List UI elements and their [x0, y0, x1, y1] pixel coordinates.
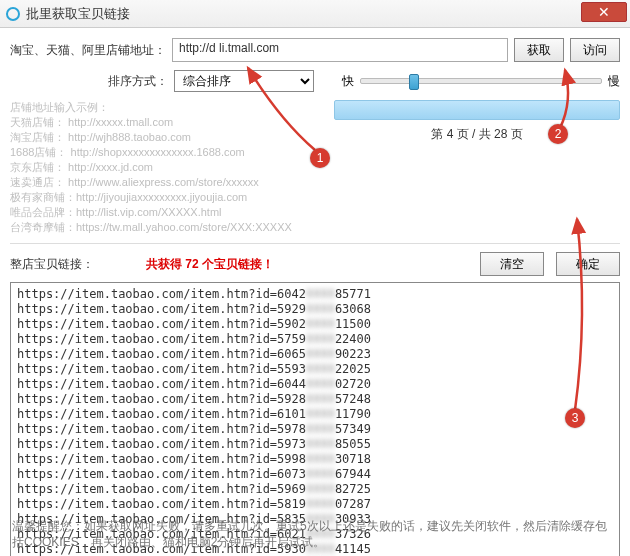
- close-icon: ✕: [598, 4, 610, 20]
- visit-button[interactable]: 访问: [570, 38, 620, 62]
- window-title: 批里获取宝贝链接: [26, 5, 130, 23]
- close-button[interactable]: ✕: [581, 2, 627, 22]
- page-info: 第 4 页 / 共 28 页: [334, 126, 620, 143]
- divider: [10, 243, 620, 244]
- list-item[interactable]: https://item.taobao.com/item.htm?id=6042…: [17, 287, 613, 302]
- examples-text: 店铺地址输入示例：天猫店铺： http://xxxxx.tmall.com淘宝店…: [10, 100, 320, 235]
- url-label: 淘宝、天猫、阿里店铺地址：: [10, 42, 166, 59]
- list-item[interactable]: https://item.taobao.com/item.htm?id=5969…: [17, 482, 613, 497]
- footer-tip: 温馨提醒您：如果获取网址失败，请多重试几次。重试5次以上还是失败的话，建议先关闭…: [12, 518, 618, 550]
- list-item[interactable]: https://item.taobao.com/item.htm?id=5759…: [17, 332, 613, 347]
- list-item[interactable]: https://item.taobao.com/item.htm?id=5978…: [17, 422, 613, 437]
- clear-button[interactable]: 清空: [480, 252, 544, 276]
- list-item[interactable]: https://item.taobao.com/item.htm?id=6101…: [17, 407, 613, 422]
- fetch-button[interactable]: 获取: [514, 38, 564, 62]
- links-list[interactable]: https://item.taobao.com/item.htm?id=6042…: [10, 282, 620, 556]
- list-item[interactable]: https://item.taobao.com/item.htm?id=5593…: [17, 362, 613, 377]
- app-icon: [6, 7, 20, 21]
- url-input[interactable]: http://d li.tmall.com: [172, 38, 508, 62]
- list-item[interactable]: https://item.taobao.com/item.htm?id=5928…: [17, 392, 613, 407]
- list-item[interactable]: https://item.taobao.com/item.htm?id=6044…: [17, 377, 613, 392]
- titlebar: 批里获取宝贝链接 ✕: [0, 0, 630, 28]
- list-item[interactable]: https://item.taobao.com/item.htm?id=5819…: [17, 497, 613, 512]
- ok-button[interactable]: 确定: [556, 252, 620, 276]
- list-item[interactable]: https://item.taobao.com/item.htm?id=5902…: [17, 317, 613, 332]
- list-item[interactable]: https://item.taobao.com/item.htm?id=5973…: [17, 437, 613, 452]
- speed-fast-label: 快: [342, 73, 354, 90]
- progress-bar: [334, 100, 620, 120]
- examples-row: 店铺地址输入示例：天猫店铺： http://xxxxx.tmall.com淘宝店…: [10, 100, 620, 235]
- speed-slider[interactable]: [360, 78, 602, 84]
- all-links-label: 整店宝贝链接：: [10, 256, 94, 273]
- count-text: 共获得 72 个宝贝链接！: [146, 256, 274, 273]
- sort-select[interactable]: 综合排序: [174, 70, 314, 92]
- slider-thumb[interactable]: [409, 74, 419, 90]
- list-item[interactable]: https://item.taobao.com/item.htm?id=6073…: [17, 467, 613, 482]
- list-item[interactable]: https://item.taobao.com/item.htm?id=5929…: [17, 302, 613, 317]
- speed-slow-label: 慢: [608, 73, 620, 90]
- url-row: 淘宝、天猫、阿里店铺地址： http://d li.tmall.com 获取 访…: [10, 38, 620, 62]
- content-area: 淘宝、天猫、阿里店铺地址： http://d li.tmall.com 获取 访…: [0, 28, 630, 556]
- sort-row: 排序方式： 综合排序 快 慢: [10, 70, 620, 92]
- list-item[interactable]: https://item.taobao.com/item.htm?id=6065…: [17, 347, 613, 362]
- sort-label: 排序方式：: [108, 73, 168, 90]
- count-row: 整店宝贝链接： 共获得 72 个宝贝链接！ 清空 确定: [10, 252, 620, 276]
- list-item[interactable]: https://item.taobao.com/item.htm?id=5998…: [17, 452, 613, 467]
